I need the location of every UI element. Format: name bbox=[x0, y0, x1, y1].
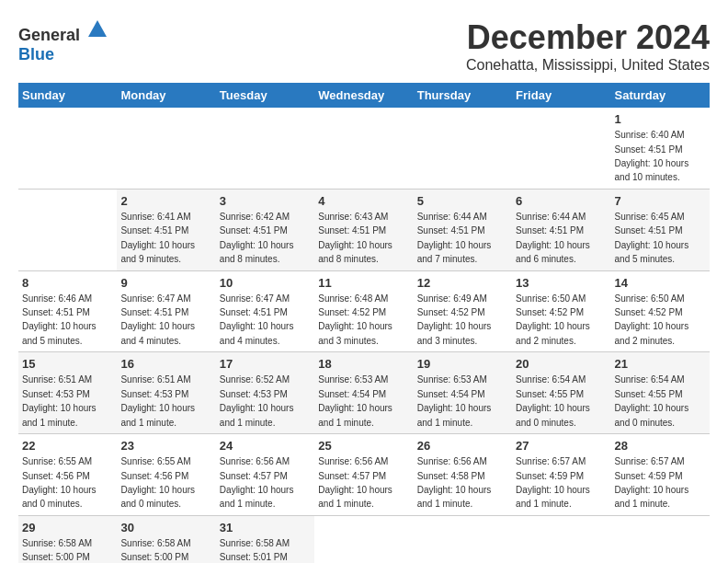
sunrise-info: Sunrise: 6:47 AM bbox=[120, 293, 190, 304]
sunset-info: Sunset: 4:55 PM bbox=[516, 389, 584, 399]
table-cell: 26Sunrise: 6:56 AMSunset: 4:58 PMDayligh… bbox=[414, 434, 512, 516]
table-cell: 14Sunrise: 6:50 AMSunset: 4:52 PMDayligh… bbox=[611, 270, 710, 352]
sunset-info: Sunset: 4:51 PM bbox=[615, 144, 683, 155]
calendar-header-row: Sunday Monday Tuesday Wednesday Thursday… bbox=[18, 83, 710, 108]
table-cell: 30Sunrise: 6:58 AMSunset: 5:00 PMDayligh… bbox=[117, 515, 215, 563]
sunset-info: Sunset: 5:01 PM bbox=[220, 552, 288, 562]
sunset-info: Sunset: 5:00 PM bbox=[120, 552, 188, 562]
sunrise-info: Sunrise: 6:57 AM bbox=[516, 456, 586, 466]
table-cell: 24Sunrise: 6:56 AMSunset: 4:57 PMDayligh… bbox=[216, 434, 314, 516]
daylight-info: Daylight: 10 hours and 10 minutes. bbox=[615, 158, 689, 182]
sunset-info: Sunset: 4:54 PM bbox=[318, 389, 386, 399]
day-number: 9 bbox=[120, 275, 211, 292]
day-number: 24 bbox=[220, 438, 311, 454]
sunrise-info: Sunrise: 6:58 AM bbox=[22, 538, 92, 548]
table-cell bbox=[314, 108, 413, 189]
day-number: 12 bbox=[417, 275, 508, 292]
header-wednesday: Wednesday bbox=[314, 83, 413, 108]
sunset-info: Sunset: 4:52 PM bbox=[615, 307, 683, 317]
sunset-info: Sunset: 4:59 PM bbox=[615, 471, 683, 481]
sunset-info: Sunset: 4:58 PM bbox=[417, 471, 485, 481]
sunset-info: Sunset: 4:52 PM bbox=[516, 307, 584, 317]
calendar-table: Sunday Monday Tuesday Wednesday Thursday… bbox=[18, 83, 710, 563]
header-saturday: Saturday bbox=[611, 83, 710, 108]
table-cell: 21Sunrise: 6:54 AMSunset: 4:55 PMDayligh… bbox=[611, 352, 710, 434]
table-cell: 15Sunrise: 6:51 AMSunset: 4:53 PMDayligh… bbox=[18, 352, 117, 434]
daylight-info: Daylight: 10 hours and 5 minutes. bbox=[22, 321, 97, 345]
table-cell: 29Sunrise: 6:58 AMSunset: 5:00 PMDayligh… bbox=[18, 515, 117, 563]
daylight-info: Daylight: 10 hours and 1 minute. bbox=[220, 485, 294, 509]
day-number: 26 bbox=[417, 438, 508, 454]
sunrise-info: Sunrise: 6:44 AM bbox=[516, 212, 586, 222]
sunset-info: Sunset: 4:51 PM bbox=[516, 225, 584, 236]
table-cell bbox=[117, 108, 215, 189]
day-number: 3 bbox=[220, 193, 311, 210]
table-cell bbox=[512, 515, 610, 563]
daylight-info: Daylight: 10 hours and 3 minutes. bbox=[417, 321, 492, 345]
sunrise-info: Sunrise: 6:48 AM bbox=[318, 293, 388, 304]
sunrise-info: Sunrise: 6:46 AM bbox=[22, 293, 92, 304]
title-block: December 2024 Conehatta, Mississippi, Un… bbox=[466, 18, 710, 74]
table-cell: 9Sunrise: 6:47 AMSunset: 4:51 PMDaylight… bbox=[117, 270, 215, 352]
day-number: 1 bbox=[615, 111, 706, 128]
table-cell: 19Sunrise: 6:53 AMSunset: 4:54 PMDayligh… bbox=[414, 352, 512, 434]
table-cell: 6Sunrise: 6:44 AMSunset: 4:51 PMDaylight… bbox=[512, 189, 610, 270]
calendar-week-row: 8Sunrise: 6:46 AMSunset: 4:51 PMDaylight… bbox=[18, 270, 710, 352]
day-number: 23 bbox=[120, 438, 211, 454]
header-friday: Friday bbox=[512, 83, 610, 108]
logo: General Blue bbox=[18, 18, 108, 64]
logo-blue: Blue bbox=[18, 45, 54, 63]
daylight-info: Daylight: 10 hours and 2 minutes. bbox=[516, 321, 590, 345]
day-number: 5 bbox=[417, 193, 508, 210]
day-number: 13 bbox=[516, 275, 607, 292]
sunrise-info: Sunrise: 6:52 AM bbox=[220, 374, 290, 385]
sunset-info: Sunset: 4:51 PM bbox=[220, 307, 288, 317]
table-cell: 23Sunrise: 6:55 AMSunset: 4:56 PMDayligh… bbox=[117, 434, 215, 516]
table-cell: 2Sunrise: 6:41 AMSunset: 4:51 PMDaylight… bbox=[117, 189, 215, 270]
daylight-info: Daylight: 10 hours and 6 minutes. bbox=[516, 240, 590, 264]
day-number: 15 bbox=[22, 356, 113, 373]
table-cell: 25Sunrise: 6:56 AMSunset: 4:57 PMDayligh… bbox=[314, 434, 413, 516]
table-cell: 13Sunrise: 6:50 AMSunset: 4:52 PMDayligh… bbox=[512, 270, 610, 352]
sunrise-info: Sunrise: 6:56 AM bbox=[417, 456, 487, 466]
sunset-info: Sunset: 4:53 PM bbox=[22, 389, 90, 399]
daylight-info: Daylight: 10 hours and 1 minute. bbox=[417, 403, 492, 427]
table-cell: 28Sunrise: 6:57 AMSunset: 4:59 PMDayligh… bbox=[611, 434, 710, 516]
daylight-info: Daylight: 10 hours and 0 minutes. bbox=[516, 403, 590, 427]
sunrise-info: Sunrise: 6:44 AM bbox=[417, 212, 487, 222]
sunset-info: Sunset: 4:56 PM bbox=[22, 471, 90, 481]
sunset-info: Sunset: 4:52 PM bbox=[417, 307, 485, 317]
table-cell bbox=[18, 108, 117, 189]
sunrise-info: Sunrise: 6:50 AM bbox=[615, 293, 685, 304]
sunset-info: Sunset: 4:52 PM bbox=[318, 307, 386, 317]
sunrise-info: Sunrise: 6:41 AM bbox=[120, 212, 190, 222]
day-number: 2 bbox=[120, 193, 211, 210]
table-cell: 7Sunrise: 6:45 AMSunset: 4:51 PMDaylight… bbox=[611, 189, 710, 270]
calendar-week-row: 15Sunrise: 6:51 AMSunset: 4:53 PMDayligh… bbox=[18, 352, 710, 434]
table-cell: 12Sunrise: 6:49 AMSunset: 4:52 PMDayligh… bbox=[414, 270, 512, 352]
daylight-info: Daylight: 10 hours and 1 minute. bbox=[220, 403, 294, 427]
sunrise-info: Sunrise: 6:49 AM bbox=[417, 293, 487, 304]
daylight-info: Daylight: 10 hours and 8 minutes. bbox=[318, 240, 392, 264]
sunset-info: Sunset: 4:51 PM bbox=[120, 225, 188, 236]
table-cell: 20Sunrise: 6:54 AMSunset: 4:55 PMDayligh… bbox=[512, 352, 610, 434]
header-sunday: Sunday bbox=[18, 83, 117, 108]
sunrise-info: Sunrise: 6:40 AM bbox=[615, 130, 685, 140]
daylight-info: Daylight: 10 hours and 8 minutes. bbox=[220, 240, 294, 264]
daylight-info: Daylight: 10 hours and 5 minutes. bbox=[615, 240, 689, 264]
daylight-info: Daylight: 10 hours and 0 minutes. bbox=[22, 485, 97, 509]
sunrise-info: Sunrise: 6:55 AM bbox=[22, 456, 92, 466]
daylight-info: Daylight: 10 hours and 1 minute. bbox=[516, 485, 590, 509]
table-cell bbox=[314, 515, 413, 563]
sunrise-info: Sunrise: 6:58 AM bbox=[120, 538, 190, 548]
calendar-week-row: 1Sunrise: 6:40 AMSunset: 4:51 PMDaylight… bbox=[18, 108, 710, 189]
sunrise-info: Sunrise: 6:57 AM bbox=[615, 456, 685, 466]
sunrise-info: Sunrise: 6:53 AM bbox=[417, 374, 487, 385]
table-cell bbox=[18, 189, 117, 270]
day-number: 28 bbox=[615, 438, 706, 454]
sunset-info: Sunset: 4:55 PM bbox=[615, 389, 683, 399]
day-number: 25 bbox=[318, 438, 409, 454]
sunset-info: Sunset: 4:53 PM bbox=[220, 389, 288, 399]
day-number: 4 bbox=[318, 193, 409, 210]
table-cell: 22Sunrise: 6:55 AMSunset: 4:56 PMDayligh… bbox=[18, 434, 117, 516]
